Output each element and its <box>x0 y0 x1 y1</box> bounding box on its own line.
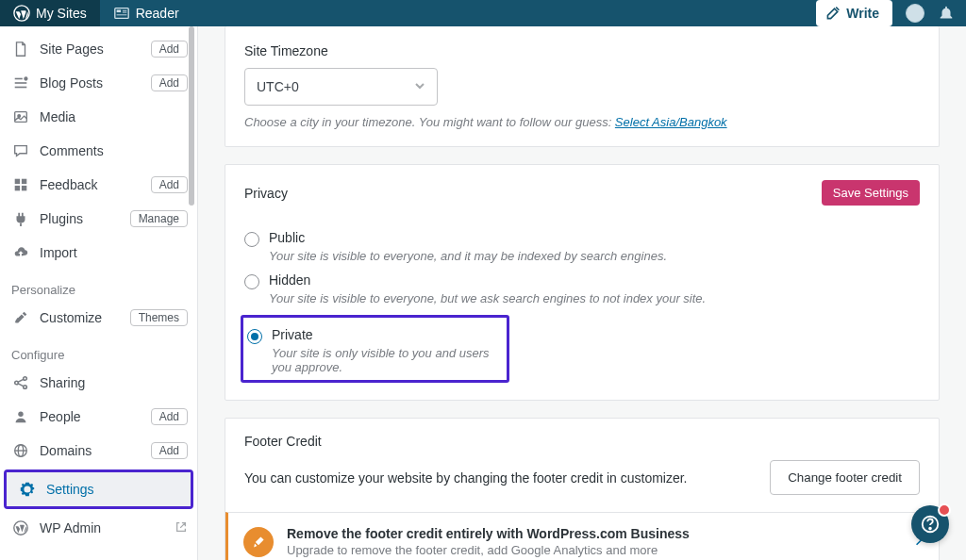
content-area: Site Timezone UTC+0 Choose a city in you… <box>198 26 966 560</box>
sidebar-item-label: People <box>40 409 81 424</box>
save-settings-button[interactable]: Save Settings <box>822 180 920 206</box>
privacy-card: Privacy Save Settings Public Your site i… <box>225 164 940 401</box>
edit-icon <box>825 6 841 21</box>
svg-rect-12 <box>15 179 20 184</box>
notifications-icon[interactable] <box>938 5 955 22</box>
svg-point-11 <box>18 115 21 118</box>
sidebar-item-wp-admin[interactable]: WP Admin <box>0 511 197 545</box>
radio-icon[interactable] <box>247 329 262 344</box>
sidebar-item-site-pages[interactable]: Site Pages Add <box>0 32 197 66</box>
manage-pill[interactable]: Manage <box>130 210 188 227</box>
sidebar-item-people[interactable]: People Add <box>0 400 197 434</box>
sidebar-item-blog-posts[interactable]: Blog Posts Add <box>0 66 197 100</box>
sidebar-item-label: Comments <box>40 143 104 158</box>
customize-icon <box>11 308 30 327</box>
privacy-desc: Your site is visible to everyone, but we… <box>269 291 920 305</box>
help-button[interactable] <box>911 505 949 543</box>
my-sites-label: My Sites <box>36 6 87 21</box>
domains-icon <box>11 441 30 460</box>
svg-line-20 <box>18 379 23 382</box>
avatar[interactable] <box>906 4 924 23</box>
sidebar-item-comments[interactable]: Comments <box>0 134 197 168</box>
svg-point-9 <box>25 77 27 80</box>
privacy-desc: Your site is only visible to you and use… <box>272 346 499 374</box>
svg-rect-1 <box>114 8 127 19</box>
add-pill[interactable]: Add <box>151 74 188 91</box>
timezone-helper: Choose a city in your timezone. You migh… <box>244 115 920 129</box>
timezone-suggestion-link[interactable]: Select Asia/Bangkok <box>615 115 727 129</box>
sidebar-item-label: Sharing <box>40 375 85 390</box>
top-bar: My Sites Reader Write <box>0 0 966 26</box>
wordpress-logo-icon <box>13 5 30 22</box>
feedback-icon <box>11 175 30 194</box>
pages-icon <box>11 40 30 58</box>
privacy-option-public[interactable]: Public <box>244 230 920 247</box>
timezone-card: Site Timezone UTC+0 Choose a city in you… <box>225 26 940 147</box>
svg-point-28 <box>929 528 931 530</box>
sidebar-item-label: Domains <box>40 443 92 458</box>
upsell-title: Remove the footer credit entirely with W… <box>287 526 690 541</box>
sidebar-scrollbar[interactable] <box>186 26 197 560</box>
sidebar-item-customize[interactable]: Customize Themes <box>0 301 197 335</box>
change-footer-credit-button[interactable]: Change footer credit <box>770 460 920 495</box>
write-button[interactable]: Write <box>816 0 892 26</box>
sidebar-group-configure: Configure <box>0 335 197 366</box>
footer-credit-card: Footer Credit You can customize your web… <box>225 418 940 560</box>
svg-rect-15 <box>22 186 26 190</box>
footer-credit-desc: You can customize your website by changi… <box>244 470 688 486</box>
sidebar-item-label: Plugins <box>40 211 83 226</box>
footer-credit-title: Footer Credit <box>244 434 322 449</box>
svg-point-18 <box>24 377 27 381</box>
write-label: Write <box>846 6 879 21</box>
comments-icon <box>11 141 30 160</box>
sidebar-item-label: Site Pages <box>40 41 104 57</box>
timezone-label: Site Timezone <box>244 43 920 58</box>
sidebar-item-label: Blog Posts <box>40 75 103 91</box>
sidebar-item-label: Settings <box>46 482 94 497</box>
sidebar-item-plugins[interactable]: Plugins Manage <box>0 202 197 236</box>
sidebar-item-domains[interactable]: Domains Add <box>0 434 197 468</box>
plugins-icon <box>11 209 30 228</box>
privacy-option-hidden[interactable]: Hidden <box>244 272 920 289</box>
themes-pill[interactable]: Themes <box>130 309 188 326</box>
sidebar-item-settings[interactable]: Settings <box>7 472 191 506</box>
svg-point-22 <box>18 412 23 417</box>
upsell-desc: Upgrade to remove the footer credit, add… <box>287 543 690 557</box>
sharing-icon <box>11 373 30 392</box>
reader-button[interactable]: Reader <box>100 0 192 26</box>
add-pill[interactable]: Add <box>151 408 188 425</box>
sidebar-item-feedback[interactable]: Feedback Add <box>0 168 197 202</box>
chevron-down-icon <box>414 79 425 94</box>
add-pill[interactable]: Add <box>151 176 188 193</box>
sidebar-item-sharing[interactable]: Sharing <box>0 366 197 400</box>
radio-icon[interactable] <box>244 232 259 247</box>
privacy-title: Privacy <box>244 186 288 201</box>
timezone-select[interactable]: UTC+0 <box>244 68 438 106</box>
svg-line-21 <box>18 384 23 387</box>
upsell-brush-icon <box>243 527 274 557</box>
sidebar-item-label: Import <box>40 245 77 260</box>
sidebar-item-media[interactable]: Media <box>0 100 197 134</box>
privacy-option-private[interactable]: Private <box>247 327 499 344</box>
sidebar: Site Pages Add Blog Posts Add Media Comm… <box>0 26 198 560</box>
wordpress-icon <box>11 519 30 537</box>
sidebar-item-label: Customize <box>40 310 102 325</box>
media-icon <box>11 107 30 126</box>
sidebar-group-personalize: Personalize <box>0 270 197 301</box>
timezone-value: UTC+0 <box>257 79 299 94</box>
reader-icon <box>113 5 130 22</box>
svg-rect-14 <box>15 186 20 190</box>
footer-credit-upsell[interactable]: Remove the footer credit entirely with W… <box>225 512 939 560</box>
help-icon <box>920 514 941 535</box>
sidebar-item-label: Media <box>40 109 75 124</box>
svg-rect-13 <box>22 179 26 184</box>
sidebar-item-label: WP Admin <box>40 520 101 535</box>
sidebar-item-import[interactable]: Import <box>0 236 197 270</box>
privacy-desc: Your site is visible to everyone, and it… <box>269 249 920 263</box>
reader-label: Reader <box>136 6 179 21</box>
radio-icon[interactable] <box>244 274 259 289</box>
highlight-annotation: Private Your site is only visible to you… <box>241 315 509 383</box>
my-sites-button[interactable]: My Sites <box>0 0 100 26</box>
add-pill[interactable]: Add <box>151 41 188 58</box>
add-pill[interactable]: Add <box>151 442 188 459</box>
